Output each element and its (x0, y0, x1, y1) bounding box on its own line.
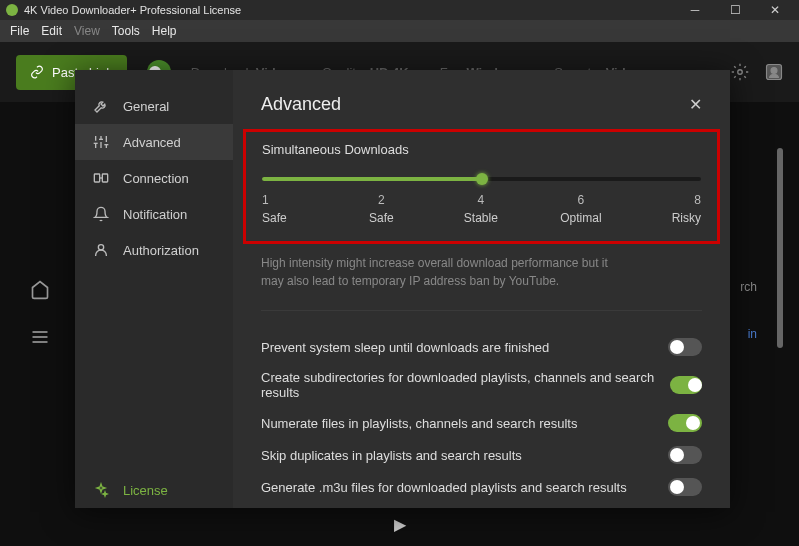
slider-thumb[interactable] (476, 173, 488, 185)
tick-4: 4Stable (461, 193, 501, 225)
setting-row: Create subdirectories for downloaded pla… (261, 363, 702, 407)
tick-6: 6Optimal (560, 193, 601, 225)
slider-ticks: 1Safe 2Safe 4Stable 6Optimal 8Risky (262, 193, 701, 225)
tick-1: 1Safe (262, 193, 302, 225)
sidebar-item-general[interactable]: General (75, 88, 233, 124)
sidebar-label: General (123, 99, 169, 114)
switch-knob (670, 448, 684, 462)
setting-row: Prevent system sleep until downloads are… (261, 331, 702, 363)
sidebar-label: Notification (123, 207, 187, 222)
switch-knob (670, 340, 684, 354)
setting-label: Skip duplicates in playlists and search … (261, 448, 522, 463)
sidebar-label: Advanced (123, 135, 181, 150)
menu-tools[interactable]: Tools (106, 24, 146, 38)
menubar: File Edit View Tools Help (0, 20, 799, 42)
link-icon (30, 65, 44, 79)
setting-row: Skip duplicates in playlists and search … (261, 439, 702, 471)
sidebar-item-advanced[interactable]: Advanced (75, 124, 233, 160)
app-icon (6, 4, 18, 16)
sidebar-label: Authorization (123, 243, 199, 258)
close-modal-button[interactable]: ✕ (689, 95, 702, 114)
switch-knob (670, 480, 684, 494)
setting-row: Numerate files in playlists, channels an… (261, 407, 702, 439)
scrollbar[interactable] (777, 148, 783, 348)
tick-8: 8Risky (661, 193, 701, 225)
toggle-switch[interactable] (668, 414, 702, 432)
content-title: Advanced (261, 94, 341, 115)
toggle-switch[interactable] (670, 376, 702, 394)
search-text-fragment: rch (740, 280, 757, 294)
menu-edit[interactable]: Edit (35, 24, 68, 38)
sliders-icon (93, 134, 111, 150)
setting-row: Embed subtitles in video file if possibl… (261, 503, 702, 508)
slider-fill (262, 177, 482, 181)
setting-label: Generate .m3u files for downloaded playl… (261, 480, 627, 495)
home-icon[interactable] (30, 280, 50, 300)
svg-rect-15 (94, 174, 99, 182)
divider (261, 310, 702, 311)
settings-icon[interactable] (731, 63, 749, 81)
sparkle-icon (93, 482, 111, 498)
svg-point-18 (98, 245, 103, 250)
notifications-icon[interactable] (765, 63, 783, 81)
setting-label: Create subdirectories for downloaded pla… (261, 370, 670, 400)
toggle-switch[interactable] (668, 478, 702, 496)
svg-point-0 (738, 70, 743, 75)
setting-row: Generate .m3u files for downloaded playl… (261, 471, 702, 503)
user-icon (93, 242, 111, 258)
sidebar-item-notification[interactable]: Notification (75, 196, 233, 232)
setting-label: Numerate files in playlists, channels an… (261, 416, 577, 431)
svg-point-2 (771, 68, 777, 74)
menu-help[interactable]: Help (146, 24, 183, 38)
simultaneous-downloads-slider[interactable] (262, 177, 701, 181)
minimize-button[interactable]: ─ (687, 3, 703, 17)
sidebar-item-authorization[interactable]: Authorization (75, 232, 233, 268)
menu-view[interactable]: View (68, 24, 106, 38)
hint-text: High intensity might increase overall do… (261, 254, 702, 290)
wrench-icon (93, 98, 111, 114)
sidebar-label: Connection (123, 171, 189, 186)
tick-2: 2Safe (361, 193, 401, 225)
menu-file[interactable]: File (4, 24, 35, 38)
settings-modal: General Advanced Connection Notification… (75, 70, 730, 508)
sidebar-item-connection[interactable]: Connection (75, 160, 233, 196)
switch-knob (688, 378, 702, 392)
connection-icon (93, 170, 111, 186)
hamburger-icon[interactable] (30, 327, 50, 347)
settings-content: Advanced ✕ Simultaneous Downloads 1Safe … (233, 70, 730, 508)
titlebar: 4K Video Downloader+ Professional Licens… (0, 0, 799, 20)
sidebar-item-license[interactable]: License (75, 472, 233, 508)
setting-label: Prevent system sleep until downloads are… (261, 340, 549, 355)
login-text-fragment: in (748, 327, 757, 341)
maximize-button[interactable]: ☐ (727, 3, 743, 17)
highlighted-section: Simultaneous Downloads 1Safe 2Safe 4Stab… (243, 129, 720, 244)
svg-rect-16 (102, 174, 107, 182)
bell-icon (93, 206, 111, 222)
play-icon[interactable]: ▶ (394, 515, 406, 534)
close-window-button[interactable]: ✕ (767, 3, 783, 17)
settings-sidebar: General Advanced Connection Notification… (75, 70, 233, 508)
settings-list: Prevent system sleep until downloads are… (261, 331, 702, 508)
sidebar-label: License (123, 483, 168, 498)
switch-knob (686, 416, 700, 430)
window-title: 4K Video Downloader+ Professional Licens… (24, 4, 687, 16)
slider-section-label: Simultaneous Downloads (262, 142, 701, 157)
toggle-switch[interactable] (668, 338, 702, 356)
toggle-switch[interactable] (668, 446, 702, 464)
